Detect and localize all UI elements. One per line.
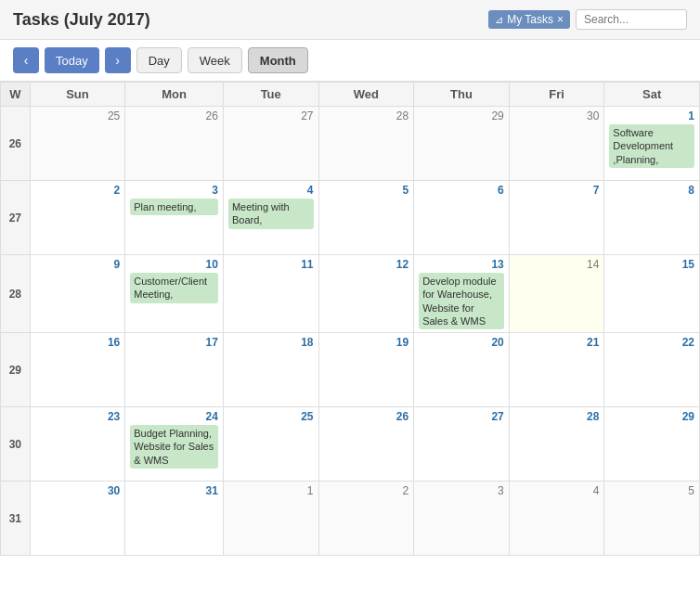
calendar-cell[interactable]: 25 — [30, 107, 125, 181]
calendar-row: 302324Budget Planning, Website for Sales… — [1, 407, 700, 482]
calendar-cell[interactable]: 16 — [30, 333, 125, 407]
day-number: 30 — [514, 109, 600, 122]
day-number: 29 — [609, 410, 694, 423]
view-day-button[interactable]: Day — [136, 47, 182, 73]
day-number: 6 — [419, 184, 504, 197]
calendar-cell[interactable]: 10Customer/Client Meeting, — [125, 255, 224, 333]
calendar-cell[interactable]: 5 — [604, 482, 700, 556]
day-number: 20 — [419, 336, 504, 349]
day-number: 29 — [419, 109, 504, 122]
calendar-cell[interactable]: 28 — [509, 407, 604, 482]
day-number: 11 — [228, 258, 314, 271]
calendar-row: 262526272829301Software Development ,Pla… — [1, 107, 700, 181]
calendar-cell[interactable]: 30 — [509, 107, 604, 181]
col-header-mon: Mon — [125, 83, 224, 107]
week-number: 31 — [1, 482, 31, 556]
calendar-cell[interactable]: 13Develop module for Warehouse, Website … — [414, 255, 510, 333]
day-number: 28 — [514, 410, 600, 423]
calendar-cell[interactable]: 20 — [414, 333, 510, 407]
day-number: 19 — [324, 336, 409, 349]
calendar-cell[interactable]: 3Plan meeting, — [125, 181, 224, 255]
calendar-cell[interactable]: 8 — [604, 181, 700, 255]
filter-tag[interactable]: ⊿ My Tasks × — [488, 10, 570, 29]
calendar-cell[interactable]: 7 — [509, 181, 604, 255]
calendar-event[interactable]: Software Development ,Planning, — [609, 124, 694, 168]
calendar-cell[interactable]: 24Budget Planning, Website for Sales & W… — [125, 407, 224, 482]
calendar-cell[interactable]: 11 — [223, 255, 318, 333]
view-month-button[interactable]: Month — [248, 47, 308, 73]
calendar-cell[interactable]: 2 — [30, 181, 125, 255]
next-button[interactable]: › — [105, 47, 131, 73]
header: Tasks (July 2017) ⊿ My Tasks × — [0, 0, 700, 40]
calendar-row: 28910Customer/Client Meeting,111213Devel… — [1, 255, 700, 333]
day-number: 3 — [130, 184, 218, 197]
day-number: 12 — [324, 258, 409, 271]
week-number: 27 — [1, 181, 31, 255]
calendar-cell[interactable]: 14 — [509, 255, 604, 333]
day-number: 7 — [514, 184, 600, 197]
col-header-wed: Wed — [318, 83, 414, 107]
calendar-cell[interactable]: 25 — [223, 407, 318, 482]
filter-close-icon[interactable]: × — [557, 13, 564, 26]
calendar-cell[interactable]: 4 — [509, 482, 604, 556]
day-number: 21 — [514, 336, 600, 349]
calendar-row: 2916171819202122 — [1, 333, 700, 407]
calendar-cell[interactable]: 2 — [318, 482, 414, 556]
day-number: 28 — [324, 109, 409, 122]
search-input[interactable] — [576, 9, 687, 30]
header-right: ⊿ My Tasks × — [488, 9, 687, 30]
week-number: 28 — [1, 255, 31, 333]
calendar-cell[interactable]: 30 — [30, 482, 125, 556]
day-number: 5 — [324, 184, 409, 197]
calendar-event[interactable]: Develop module for Warehouse, Website fo… — [419, 273, 504, 329]
day-number: 15 — [609, 258, 694, 271]
week-number: 30 — [1, 407, 31, 482]
day-number: 31 — [130, 484, 218, 497]
calendar-cell[interactable]: 17 — [125, 333, 224, 407]
day-number: 17 — [130, 336, 218, 349]
calendar-event[interactable]: Customer/Client Meeting, — [130, 273, 218, 303]
calendar-cell[interactable]: 29 — [604, 407, 700, 482]
calendar-cell[interactable]: 23 — [30, 407, 125, 482]
day-number: 13 — [419, 258, 504, 271]
calendar-cell[interactable]: 27 — [414, 407, 510, 482]
calendar-cell[interactable]: 12 — [318, 255, 414, 333]
calendar-cell[interactable]: 6 — [414, 181, 510, 255]
calendar-cell[interactable]: 3 — [414, 482, 510, 556]
calendar-cell[interactable]: 26 — [318, 407, 414, 482]
toolbar: ‹ Today › Day Week Month — [0, 40, 700, 82]
calendar-cell[interactable]: 9 — [30, 255, 125, 333]
calendar-cell[interactable]: 26 — [125, 107, 224, 181]
col-header-thu: Thu — [414, 83, 510, 107]
calendar-cell[interactable]: 22 — [604, 333, 700, 407]
view-week-button[interactable]: Week — [188, 47, 242, 73]
calendar-event[interactable]: Plan meeting, — [130, 199, 218, 215]
prev-button[interactable]: ‹ — [13, 47, 39, 73]
day-number: 4 — [514, 484, 600, 497]
today-button[interactable]: Today — [45, 47, 99, 73]
col-header-sat: Sat — [604, 83, 700, 107]
calendar-event[interactable]: Budget Planning, Website for Sales & WMS — [130, 425, 218, 469]
day-number: 24 — [130, 410, 218, 423]
calendar-cell[interactable]: 5 — [318, 181, 414, 255]
page-title: Tasks (July 2017) — [13, 10, 150, 30]
calendar-cell[interactable]: 15 — [604, 255, 700, 333]
day-number: 25 — [228, 410, 314, 423]
calendar-cell[interactable]: 4Meeting with Board, — [223, 181, 318, 255]
calendar-cell[interactable]: 19 — [318, 333, 414, 407]
day-number: 5 — [609, 484, 694, 497]
calendar-cell[interactable]: 18 — [223, 333, 318, 407]
calendar-cell[interactable]: 1Software Development ,Planning, — [604, 107, 700, 181]
calendar-cell[interactable]: 28 — [318, 107, 414, 181]
day-number: 9 — [35, 258, 121, 271]
day-number: 3 — [419, 484, 504, 497]
calendar-cell[interactable]: 1 — [223, 482, 318, 556]
calendar-cell[interactable]: 29 — [414, 107, 510, 181]
day-number: 27 — [228, 109, 314, 122]
calendar-row: 2723Plan meeting,4Meeting with Board,567… — [1, 181, 700, 255]
day-number: 4 — [228, 184, 314, 197]
calendar-cell[interactable]: 27 — [223, 107, 318, 181]
calendar-cell[interactable]: 21 — [509, 333, 604, 407]
calendar-cell[interactable]: 31 — [125, 482, 224, 556]
calendar-event[interactable]: Meeting with Board, — [228, 199, 314, 229]
